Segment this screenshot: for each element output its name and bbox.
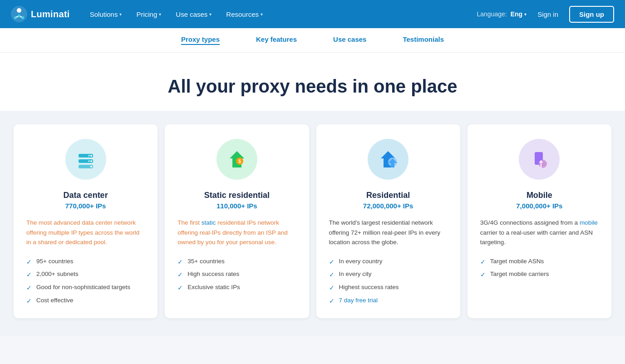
svg-point-8 [90,155,92,157]
nav-right: Language: Eng ▾ Sign in Sign up [477,6,614,23]
logo-icon [11,6,27,22]
chevron-down-icon: ▾ [119,12,122,17]
navbar: Luminati Solutions ▾ Pricing ▾ Use cases… [0,0,625,28]
list-item: ✓ 7 day free trial [329,296,448,306]
hero-title: All your proxy needs in one place [9,75,616,97]
nav-solutions[interactable]: Solutions ▾ [84,7,128,22]
mobile-icon [527,148,551,171]
chevron-down-icon: ▾ [261,12,263,17]
subnav-key-features[interactable]: Key features [256,35,297,45]
datacenter-title: Data center [26,191,145,200]
svg-point-1 [17,8,21,13]
card-mobile: Mobile 7,000,000+ IPs 3G/4G connections … [468,124,611,318]
check-icon: ✓ [329,297,335,306]
static-title: Static residential [177,191,296,200]
residential-features: ✓ In every country ✓ In every city ✓ Hig… [329,257,448,305]
check-icon: ✓ [177,258,183,267]
check-icon: ✓ [177,284,183,293]
sign-in-button[interactable]: Sign in [532,8,564,21]
list-item: ✓ Target mobile carriers [480,270,599,280]
card-residential: Residential 72,000,000+ IPs The world's … [316,124,460,318]
list-item: ✓ Cost effective [26,296,145,306]
static-features: ✓ 35+ countries ✓ High success rates ✓ E… [177,257,296,293]
check-icon: ✓ [26,297,32,306]
subnav-testimonials[interactable]: Testimonials [403,35,444,45]
check-icon: ✓ [26,284,32,293]
cards-wrapper: Data center 770,000+ IPs The most advanc… [14,124,611,318]
svg-point-9 [90,160,92,162]
sign-up-button[interactable]: Sign up [569,6,614,23]
datacenter-features: ✓ 95+ countries ✓ 2,000+ subnets ✓ Good … [26,257,145,305]
language-selector[interactable]: Language: Eng ▾ [477,10,527,18]
list-item: ✓ High success rates [177,270,296,280]
svg-point-10 [90,166,92,167]
chevron-down-icon: ▾ [159,12,161,17]
datacenter-icon-wrap [65,139,106,180]
mobile-title: Mobile [480,191,599,200]
list-item: ✓ In every country [329,257,448,267]
datacenter-icon [74,148,98,171]
svg-point-2 [14,16,17,19]
check-icon: ✓ [26,271,32,280]
chevron-down-icon: ▾ [209,12,212,17]
hero-section: All your proxy needs in one place [0,53,625,111]
logo-text: Luminati [31,9,70,20]
svg-point-3 [21,16,24,19]
nav-resources[interactable]: Resources ▾ [221,7,268,22]
svg-point-11 [88,155,90,157]
check-icon: ✓ [480,258,486,267]
list-item: ✓ Good for non-sophisticated targets [26,283,145,293]
list-item: ✓ 2,000+ subnets [26,270,145,280]
datacenter-subtitle: 770,000+ IPs [26,202,145,210]
list-item: ✓ Highest success rates [329,283,448,293]
check-icon: ✓ [329,271,335,280]
mobile-icon-wrap [519,139,560,180]
residential-subtitle: 72,000,000+ IPs [329,202,448,210]
subnav-use-cases[interactable]: Use cases [333,35,366,45]
svg-text:$: $ [238,159,241,164]
logo[interactable]: Luminati [11,6,70,22]
residential-icon-wrap [368,139,408,180]
list-item: ✓ 95+ countries [26,257,145,267]
list-item: ✓ In every city [329,270,448,280]
free-trial-link[interactable]: 7 day free trial [339,296,378,305]
static-icon-wrap: $ [217,139,257,180]
subnav-proxy-types[interactable]: Proxy types [181,35,220,45]
static-desc: The first static residential IPs network… [177,218,296,247]
subnav: Proxy types Key features Use cases Testi… [0,28,625,53]
nav-use-cases[interactable]: Use cases ▾ [170,7,217,22]
residential-icon [376,148,400,171]
check-icon: ✓ [177,271,183,280]
datacenter-desc: The most advanced data center network of… [26,218,145,247]
nav-pricing[interactable]: Pricing ▾ [131,7,167,22]
mobile-subtitle: 7,000,000+ IPs [480,202,599,210]
mobile-desc: 3G/4G connections assigned from a mobile… [480,218,599,247]
list-item: ✓ Target mobile ASNs [480,257,599,267]
check-icon: ✓ [329,284,335,293]
card-static: $ Static residential 110,000+ IPs The fi… [165,124,309,318]
static-icon: $ [225,148,249,171]
check-icon: ✓ [329,258,335,267]
svg-point-4 [18,15,20,17]
list-item: ✓ 35+ countries [177,257,296,267]
list-item: ✓ Exclusive static IPs [177,283,296,293]
residential-desc: The world's largest residential network … [329,218,448,247]
check-icon: ✓ [480,271,486,280]
residential-title: Residential [329,191,448,200]
svg-point-12 [88,160,90,162]
static-subtitle: 110,000+ IPs [177,202,296,210]
card-datacenter: Data center 770,000+ IPs The most advanc… [14,124,157,318]
chevron-down-icon: ▾ [524,12,527,17]
mobile-features: ✓ Target mobile ASNs ✓ Target mobile car… [480,257,599,280]
nav-links: Solutions ▾ Pricing ▾ Use cases ▾ Resour… [84,7,477,22]
check-icon: ✓ [26,258,32,267]
cards-section: Data center 770,000+ IPs The most advanc… [0,111,625,336]
